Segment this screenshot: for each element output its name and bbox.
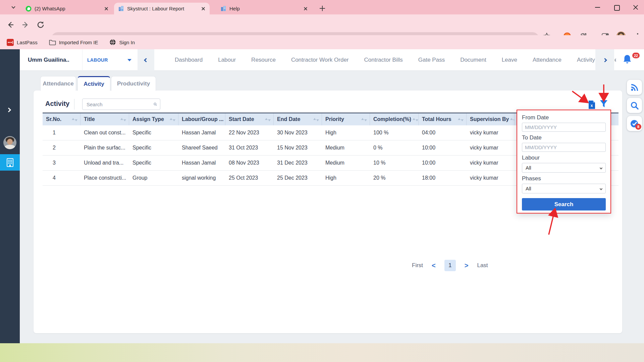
sort-icon[interactable] <box>361 118 367 121</box>
cell-start-date: 22 Nov 2023 <box>225 125 274 140</box>
nav-item-gate-pass[interactable]: Gate Pass <box>418 57 445 63</box>
cell-start-date: 31 Oct 2023 <box>225 140 274 155</box>
filter-funnel-icon[interactable] <box>600 100 608 108</box>
table-search-input[interactable] <box>87 102 153 107</box>
export-excel-icon[interactable]: x <box>588 100 596 109</box>
menu-scroll-left-button[interactable] <box>138 49 154 71</box>
cell-priority: High <box>322 125 370 140</box>
notifications-button[interactable]: 22 <box>622 54 638 67</box>
building-icon <box>6 158 14 167</box>
labour-label: Labour <box>522 155 606 161</box>
cell-supervision-by: vicky kumar <box>467 171 515 185</box>
divider <box>74 99 74 110</box>
col-completion[interactable]: Completion(%) <box>370 113 419 125</box>
new-tab-button[interactable] <box>319 5 326 12</box>
tab-close-icon[interactable] <box>200 6 206 12</box>
table-search[interactable] <box>82 99 160 110</box>
back-button[interactable] <box>6 20 15 29</box>
sort-icon[interactable] <box>413 118 418 121</box>
browser-tab-help[interactable]: Help <box>216 3 312 14</box>
sort-icon[interactable] <box>72 118 77 121</box>
menu-scroll-right-button[interactable] <box>595 49 614 71</box>
col-srno[interactable]: Sr.No. <box>43 113 80 125</box>
nav-item-dashboard[interactable]: Dashboard <box>175 57 203 63</box>
col-title[interactable]: Title <box>80 113 129 125</box>
pagination-last[interactable]: Last <box>477 262 488 269</box>
tab-productivity[interactable]: Productivity <box>111 76 156 91</box>
nav-item-leave[interactable]: Leave <box>502 57 517 63</box>
sidebar-expand-icon[interactable] <box>6 108 11 112</box>
cell-title: Clean out const... <box>80 125 129 140</box>
sort-icon[interactable] <box>510 118 515 121</box>
project-name[interactable]: Umm Guailina.. <box>28 49 69 71</box>
window-minimize-button[interactable] <box>594 4 601 11</box>
sort-icon[interactable] <box>170 118 175 121</box>
from-date-input[interactable] <box>522 123 606 132</box>
sidebar-item-project[interactable] <box>0 154 20 171</box>
module-dropdown[interactable]: LABOUR <box>82 49 138 71</box>
phases-select[interactable]: All <box>522 184 606 193</box>
search-icon <box>630 101 639 110</box>
nav-item-attendance[interactable]: Attendance <box>533 57 561 63</box>
sort-icon[interactable] <box>265 118 271 121</box>
filter-search-button[interactable]: Search <box>522 198 606 210</box>
tasks-button[interactable]: 8 <box>627 116 642 131</box>
tab-close-icon[interactable] <box>303 6 309 12</box>
browser-toolbar: app.skystruct.com/getActivityReportPage.… <box>0 14 644 35</box>
nav-item-labour[interactable]: Labour <box>218 57 236 63</box>
module-label: LABOUR <box>87 57 108 63</box>
cell-end-date: 15 Nov 2023 <box>274 140 322 155</box>
cell-completion: 100 % <box>370 125 419 140</box>
tasks-count-badge: 8 <box>635 124 641 130</box>
taskbar: 1 32°C Smoke Search ? W <box>0 343 644 362</box>
col-priority[interactable]: Priority <box>322 113 370 125</box>
pagination-prev-icon[interactable]: < <box>432 262 436 269</box>
cell-assign-type: Group <box>129 171 178 185</box>
col-supervision-by[interactable]: Supervision By <box>467 113 515 125</box>
bookmark-signin[interactable]: Sign In <box>109 39 135 46</box>
feed-button[interactable] <box>627 80 642 95</box>
pagination-first[interactable]: First <box>412 262 423 269</box>
col-assign-type[interactable]: Assign Type <box>129 113 178 125</box>
cell-srno: 3 <box>43 156 80 170</box>
global-search-button[interactable] <box>627 98 642 113</box>
tab-activity[interactable]: Activity <box>77 76 110 91</box>
whatsapp-icon <box>25 6 32 12</box>
browser-tab-skystruct[interactable]: Skystruct : Labour Report <box>114 3 210 14</box>
col-total-hours[interactable]: Total Hours <box>419 113 467 125</box>
pagination-current-page[interactable]: 1 <box>444 260 456 271</box>
sort-icon[interactable] <box>120 118 126 121</box>
nav-item-contractor-bills[interactable]: Contractor Bills <box>364 57 403 63</box>
sort-icon[interactable] <box>458 118 464 121</box>
nav-item-resource[interactable]: Resource <box>251 57 276 63</box>
cell-srno: 4 <box>43 171 80 185</box>
col-start-date[interactable]: Start Date <box>225 113 274 125</box>
bookmark-folder-imported[interactable]: Imported From IE <box>49 39 98 45</box>
nav-item-activity[interactable]: Activity <box>577 57 595 63</box>
nav-item-contractor-work-order[interactable]: Contractor Work Order <box>291 57 349 63</box>
search-icon[interactable] <box>153 101 157 108</box>
forward-button[interactable] <box>21 20 30 29</box>
cell-labour-group: Hassan Jamal <box>178 125 225 140</box>
window-close-button[interactable] <box>632 4 639 11</box>
tab-search-caret-icon[interactable] <box>11 5 15 8</box>
col-labour-group[interactable]: Labour/Group ... <box>178 113 225 125</box>
user-avatar[interactable] <box>3 136 16 149</box>
pagination-next-icon[interactable]: > <box>465 262 469 269</box>
window-maximize-button[interactable] <box>613 4 620 11</box>
sort-icon[interactable] <box>313 118 319 121</box>
bookmark-lastpass[interactable]: LastPass <box>7 39 38 46</box>
cell-completion: 0 % <box>370 140 419 155</box>
nav-item-document[interactable]: Document <box>460 57 486 63</box>
notification-count-badge: 22 <box>632 53 640 58</box>
reload-button[interactable] <box>36 20 45 29</box>
to-date-input[interactable] <box>522 143 606 152</box>
app-navbar: Umm Guailina.. LABOUR Dashboard Labour R… <box>20 49 644 71</box>
tab-attendance[interactable]: Attendance <box>40 76 76 91</box>
labour-select[interactable]: All <box>522 163 606 173</box>
col-end-date[interactable]: End Date <box>274 113 322 125</box>
browser-tab-whatsapp[interactable]: (2) WhatsApp <box>21 3 113 14</box>
tab-close-icon[interactable] <box>103 6 109 12</box>
caret-down-icon <box>127 59 131 61</box>
cell-supervision-by: vicky kumar <box>467 125 515 140</box>
